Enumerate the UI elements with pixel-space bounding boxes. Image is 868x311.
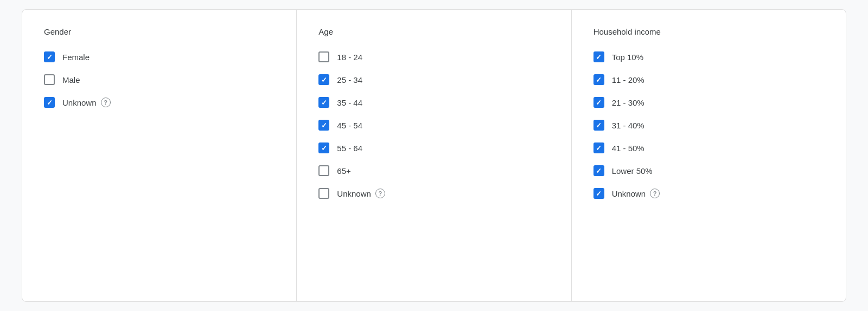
checkmark-age-55-64: ✓	[321, 145, 327, 152]
checkbox-label-age-unknown: Unknown?	[337, 189, 385, 198]
checkbox-label-text-male: Male	[62, 75, 80, 85]
checkbox-hi-31-40[interactable]: ✓	[593, 120, 604, 131]
checkmark-age-45-54: ✓	[321, 122, 327, 129]
checkbox-row-hi-21-30[interactable]: ✓21 - 30%	[593, 97, 824, 108]
panel-age: Age18 - 24✓25 - 34✓35 - 44✓45 - 54✓55 - …	[297, 10, 571, 301]
checkbox-label-text-age-45-54: 45 - 54	[337, 121, 362, 130]
checkbox-hi-21-30[interactable]: ✓	[593, 97, 604, 108]
checkbox-label-text-hi-11-20: 11 - 20%	[612, 75, 644, 85]
checkmark-gender-unknown: ✓	[47, 99, 53, 106]
checkbox-hi-41-50[interactable]: ✓	[593, 142, 604, 153]
help-icon-hi-unknown[interactable]: ?	[650, 189, 660, 198]
checkbox-row-age-65-plus[interactable]: 65+	[318, 165, 549, 176]
checkbox-row-hi-lower-50[interactable]: ✓Lower 50%	[593, 165, 824, 176]
checkbox-label-hi-11-20: 11 - 20%	[612, 75, 644, 85]
checkbox-row-hi-11-20[interactable]: ✓11 - 20%	[593, 74, 824, 85]
checkbox-row-hi-41-50[interactable]: ✓41 - 50%	[593, 142, 824, 153]
checkbox-age-65-plus[interactable]	[318, 165, 329, 176]
checkbox-label-text-age-35-44: 35 - 44	[337, 98, 362, 107]
checkbox-label-hi-31-40: 31 - 40%	[612, 121, 644, 130]
checkbox-hi-unknown[interactable]: ✓	[593, 188, 604, 199]
checkbox-age-45-54[interactable]: ✓	[318, 120, 329, 131]
checkbox-label-text-age-18-24: 18 - 24	[337, 53, 362, 62]
checkbox-row-hi-top-10[interactable]: ✓Top 10%	[593, 51, 824, 62]
filter-container: Gender✓FemaleMale✓Unknown?Age18 - 24✓25 …	[22, 9, 846, 302]
checkbox-label-text-hi-lower-50: Lower 50%	[612, 166, 653, 176]
checkbox-age-25-34[interactable]: ✓	[318, 74, 329, 85]
checkbox-label-hi-41-50: 41 - 50%	[612, 144, 644, 153]
checkbox-male[interactable]	[44, 74, 55, 85]
checkbox-label-text-hi-unknown: Unknown	[612, 189, 646, 198]
checkbox-label-hi-lower-50: Lower 50%	[612, 166, 653, 176]
checkbox-label-age-65-plus: 65+	[337, 166, 350, 176]
checkbox-label-text-age-65-plus: 65+	[337, 166, 350, 176]
checkmark-age-25-34: ✓	[321, 76, 327, 83]
checkbox-label-gender-unknown: Unknown?	[62, 98, 111, 107]
checkbox-label-text-gender-unknown: Unknown	[62, 98, 97, 107]
help-icon-gender-unknown[interactable]: ?	[101, 98, 111, 107]
checkbox-row-age-25-34[interactable]: ✓25 - 34	[318, 74, 549, 85]
checkbox-row-age-unknown[interactable]: Unknown?	[318, 188, 549, 199]
checkbox-female[interactable]: ✓	[44, 51, 55, 62]
checkbox-row-age-55-64[interactable]: ✓55 - 64	[318, 142, 549, 153]
checkmark-hi-top-10: ✓	[596, 54, 602, 61]
checkbox-row-age-35-44[interactable]: ✓35 - 44	[318, 97, 549, 108]
panel-household-income: Household income✓Top 10%✓11 - 20%✓21 - 3…	[572, 10, 846, 301]
checkbox-hi-top-10[interactable]: ✓	[593, 51, 604, 62]
checkmark-hi-unknown: ✓	[596, 190, 602, 197]
checkbox-label-hi-21-30: 21 - 30%	[612, 98, 644, 107]
checkbox-label-age-18-24: 18 - 24	[337, 53, 362, 62]
checkbox-row-gender-unknown[interactable]: ✓Unknown?	[44, 97, 275, 108]
checkbox-hi-lower-50[interactable]: ✓	[593, 165, 604, 176]
checkbox-label-text-age-55-64: 55 - 64	[337, 144, 362, 153]
checkbox-label-text-age-unknown: Unknown	[337, 189, 371, 198]
checkmark-hi-21-30: ✓	[596, 99, 602, 106]
checkbox-label-hi-unknown: Unknown?	[612, 189, 660, 198]
checkbox-label-age-45-54: 45 - 54	[337, 121, 362, 130]
checkmark-hi-11-20: ✓	[596, 76, 602, 83]
checkbox-hi-11-20[interactable]: ✓	[593, 74, 604, 85]
checkbox-label-text-hi-21-30: 21 - 30%	[612, 98, 644, 107]
help-icon-age-unknown[interactable]: ?	[375, 189, 385, 198]
checkbox-label-age-55-64: 55 - 64	[337, 144, 362, 153]
checkmark-hi-lower-50: ✓	[596, 167, 602, 174]
checkbox-label-text-age-25-34: 25 - 34	[337, 75, 362, 85]
checkbox-age-55-64[interactable]: ✓	[318, 142, 329, 153]
checkbox-row-age-18-24[interactable]: 18 - 24	[318, 51, 549, 62]
panel-title-household-income: Household income	[593, 27, 824, 36]
checkbox-gender-unknown[interactable]: ✓	[44, 97, 55, 108]
checkbox-age-35-44[interactable]: ✓	[318, 97, 329, 108]
checkbox-label-age-35-44: 35 - 44	[337, 98, 362, 107]
checkbox-row-age-45-54[interactable]: ✓45 - 54	[318, 120, 549, 131]
checkbox-label-text-hi-top-10: Top 10%	[612, 53, 643, 62]
checkbox-age-18-24[interactable]	[318, 51, 329, 62]
panel-title-gender: Gender	[44, 27, 275, 36]
checkbox-label-female: Female	[62, 53, 90, 62]
checkbox-row-female[interactable]: ✓Female	[44, 51, 275, 62]
checkmark-hi-31-40: ✓	[596, 122, 602, 129]
checkmark-female: ✓	[47, 54, 53, 61]
checkbox-row-hi-unknown[interactable]: ✓Unknown?	[593, 188, 824, 199]
checkbox-row-hi-31-40[interactable]: ✓31 - 40%	[593, 120, 824, 131]
checkmark-age-35-44: ✓	[321, 99, 327, 106]
panel-gender: Gender✓FemaleMale✓Unknown?	[22, 10, 297, 301]
panel-title-age: Age	[318, 27, 549, 36]
checkmark-hi-41-50: ✓	[596, 145, 602, 152]
checkbox-label-male: Male	[62, 75, 80, 85]
checkbox-row-male[interactable]: Male	[44, 74, 275, 85]
checkbox-label-text-female: Female	[62, 53, 90, 62]
checkbox-label-text-hi-31-40: 31 - 40%	[612, 121, 644, 130]
checkbox-label-hi-top-10: Top 10%	[612, 53, 643, 62]
checkbox-age-unknown[interactable]	[318, 188, 329, 199]
checkbox-label-age-25-34: 25 - 34	[337, 75, 362, 85]
checkbox-label-text-hi-41-50: 41 - 50%	[612, 144, 644, 153]
